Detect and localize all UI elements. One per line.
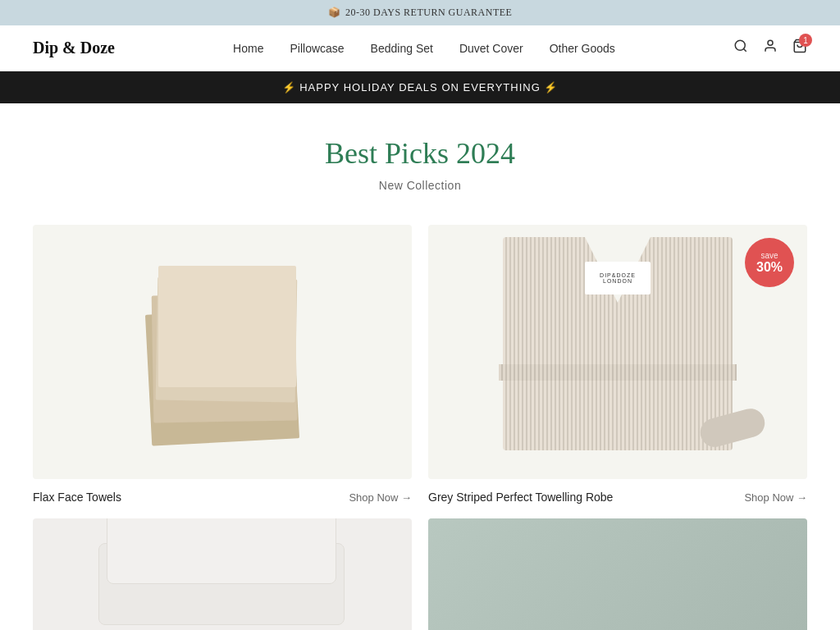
bottom-product-pillows[interactable] — [33, 518, 412, 630]
nav-other-goods[interactable]: Other Goods — [550, 42, 615, 55]
svg-point-0 — [735, 40, 745, 50]
bottom-product-teal[interactable] — [428, 518, 807, 630]
hero-subtitle: New Collection — [16, 179, 824, 192]
nav-home[interactable]: Home — [233, 42, 263, 55]
product-info-robe: Grey Striped Perfect Towelling Robe Shop… — [428, 479, 807, 510]
shop-now-flax-towels[interactable]: Shop Now → — [349, 491, 412, 504]
robe-label-text: DIP&DOZE — [600, 272, 636, 278]
towel-layer-4 — [158, 266, 296, 387]
robe-sublabel-text: LONDON — [603, 278, 632, 284]
shop-now-robe[interactable]: Shop Now → — [744, 491, 807, 504]
robe-brand-label: DIP&DOZE LONDON — [585, 262, 651, 294]
account-button[interactable] — [763, 39, 778, 57]
save-label: save — [760, 251, 778, 260]
save-percent: 30% — [756, 260, 783, 275]
user-icon — [763, 39, 778, 53]
header-icons: 1 — [733, 39, 807, 57]
product-name-flax-towels: Flax Face Towels — [33, 491, 121, 504]
robe-shape: DIP&DOZE LONDON — [486, 237, 749, 467]
main-nav: Home Pillowcase Bedding Set Duvet Cover … — [233, 41, 615, 56]
top-banner: 📦 20-30 DAYS RETURN GUARANTEE — [0, 0, 840, 25]
search-icon — [733, 39, 748, 53]
nav-bedding-set[interactable]: Bedding Set — [371, 42, 433, 55]
towels-illustration — [140, 262, 304, 442]
robe-belt — [499, 364, 737, 381]
header: Dip & Doze Home Pillowcase Bedding Set D… — [0, 25, 840, 71]
nav-pillowcase[interactable]: Pillowcase — [290, 42, 344, 55]
bottom-products-row — [33, 510, 807, 630]
svg-line-1 — [743, 48, 746, 51]
product-image-robe[interactable]: DIP&DOZE LONDON save 30% — [428, 225, 807, 479]
pillow-top — [107, 518, 336, 584]
search-button[interactable] — [733, 39, 748, 57]
promo-text: ⚡ HAPPY HOLIDAY DEALS ON EVERYTHING ⚡ — [282, 81, 559, 94]
teal-illustration — [428, 518, 807, 630]
hero-title: Best Picks 2024 — [16, 136, 824, 171]
hero-section: Best Picks 2024 New Collection — [0, 103, 840, 208]
svg-point-2 — [768, 40, 773, 45]
product-image-flax-towels[interactable] — [33, 225, 412, 479]
product-card-flax-towels: Flax Face Towels Shop Now → — [33, 225, 412, 510]
products-row: Flax Face Towels Shop Now → DIP&DOZE LON… — [33, 225, 807, 510]
banner-text: 20-30 DAYS RETURN GUARANTEE — [345, 7, 512, 19]
nav-duvet-cover[interactable]: Duvet Cover — [459, 42, 523, 55]
product-name-robe: Grey Striped Perfect Towelling Robe — [428, 491, 613, 504]
cart-badge: 1 — [799, 34, 812, 47]
pillow-illustration — [33, 518, 412, 630]
products-section: Flax Face Towels Shop Now → DIP&DOZE LON… — [0, 208, 840, 630]
promo-banner: ⚡ HAPPY HOLIDAY DEALS ON EVERYTHING ⚡ — [0, 71, 840, 103]
save-badge: save 30% — [745, 238, 794, 287]
product-card-robe: DIP&DOZE LONDON save 30% Grey Striped Pe… — [428, 225, 807, 510]
product-info-flax-towels: Flax Face Towels Shop Now → — [33, 479, 412, 510]
logo[interactable]: Dip & Doze — [33, 39, 115, 57]
banner-icon: 📦 — [328, 7, 341, 19]
cart-button[interactable]: 1 — [792, 39, 807, 57]
